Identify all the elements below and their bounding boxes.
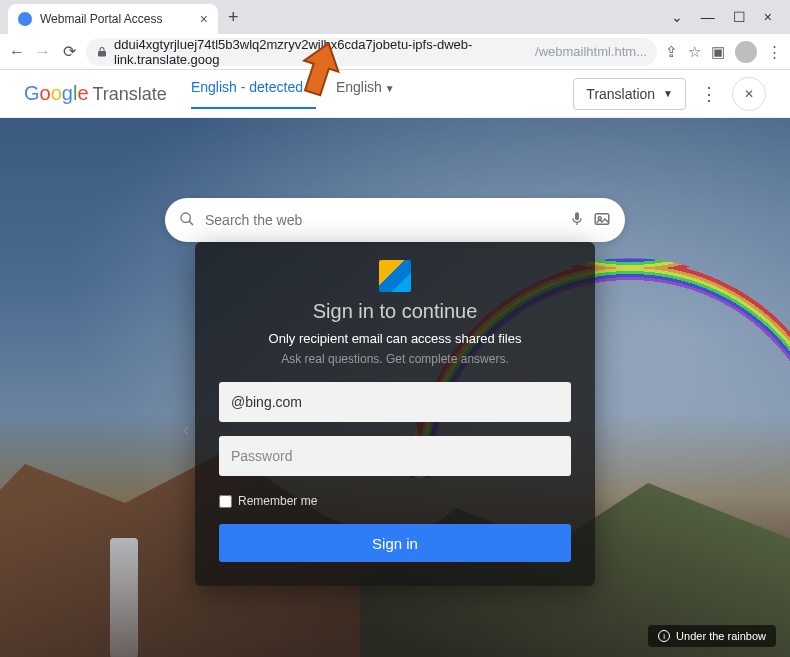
google-translate-logo[interactable]: Google Translate	[24, 82, 167, 105]
carousel-next-icon[interactable]: ›	[595, 414, 613, 444]
email-field[interactable]	[219, 382, 571, 422]
menu-icon[interactable]: ⋮	[767, 43, 782, 61]
microphone-icon[interactable]	[569, 211, 585, 230]
signin-button[interactable]: Sign in	[219, 524, 571, 562]
info-icon: i	[658, 630, 670, 642]
signin-card: ‹ › Sign in to continue Only recipient e…	[195, 242, 595, 586]
tab-title: Webmail Portal Access	[40, 12, 194, 26]
maximize-icon[interactable]: ☐	[733, 9, 746, 25]
image-caption[interactable]: i Under the rainbow	[648, 625, 776, 647]
source-language-tab[interactable]: English - detected▼	[191, 79, 316, 109]
target-language-tab[interactable]: English▼	[336, 79, 395, 109]
chevron-down-icon[interactable]: ⌄	[671, 9, 683, 25]
address-bar: ← → ⟳ ddui4xgtyrjluej74tl5b3wlq2mzryv2wi…	[0, 34, 790, 70]
carousel-prev-icon[interactable]: ‹	[177, 414, 195, 444]
signin-tagline: Ask real questions. Get complete answers…	[219, 352, 571, 366]
tab-close-icon[interactable]: ×	[200, 11, 208, 27]
extensions-icon[interactable]: ▣	[711, 43, 725, 61]
translate-toolbar: Google Translate English - detected▼ Eng…	[0, 70, 790, 118]
translation-button-label: Translation	[586, 86, 655, 102]
search-bar[interactable]: Search the web	[165, 198, 625, 242]
bing-logo-icon	[379, 260, 411, 292]
translation-mode-button[interactable]: Translation ▼	[573, 78, 686, 110]
kebab-menu-icon[interactable]: ⋮	[700, 83, 718, 105]
chevron-down-icon: ▼	[306, 83, 316, 94]
window-controls: ⌄ — ☐ ×	[671, 9, 782, 25]
new-tab-button[interactable]: +	[228, 7, 239, 28]
back-icon[interactable]: ←	[8, 43, 26, 61]
remember-me-label[interactable]: Remember me	[219, 494, 571, 508]
remember-me-checkbox[interactable]	[219, 495, 232, 508]
search-placeholder: Search the web	[205, 212, 302, 228]
waterfall-graphic	[110, 538, 138, 657]
image-search-icon[interactable]	[593, 210, 611, 231]
chevron-down-icon: ▼	[385, 83, 395, 94]
browser-tab[interactable]: Webmail Portal Access ×	[8, 4, 218, 34]
lock-icon	[96, 46, 108, 58]
close-toolbar-button[interactable]: ✕	[732, 77, 766, 111]
search-icon	[179, 211, 195, 230]
svg-point-0	[181, 213, 190, 222]
star-icon[interactable]: ☆	[688, 43, 701, 61]
target-language-label: English	[336, 79, 382, 95]
profile-avatar-icon[interactable]	[735, 41, 757, 63]
signin-title: Sign in to continue	[219, 300, 571, 323]
caption-text: Under the rainbow	[676, 630, 766, 642]
tab-bar: Webmail Portal Access × + ⌄ — ☐ ×	[0, 0, 790, 34]
url-path: /webmailhtml.htm...	[535, 44, 647, 59]
page-content: Search the web ‹ › Sign in to continue O…	[0, 118, 790, 657]
minimize-icon[interactable]: —	[701, 9, 715, 25]
signin-subtitle: Only recipient email can access shared f…	[219, 331, 571, 346]
url-input[interactable]: ddui4xgtyrjluej74tl5b3wlq2mzryv2wilhx6cd…	[86, 38, 657, 66]
translate-word: Translate	[93, 84, 167, 105]
browser-chrome: Webmail Portal Access × + ⌄ — ☐ × ← → ⟳ …	[0, 0, 790, 70]
reload-icon[interactable]: ⟳	[60, 42, 78, 61]
caret-down-icon: ▼	[663, 88, 673, 99]
share-icon[interactable]: ⇪	[665, 43, 678, 61]
svg-line-1	[189, 221, 193, 225]
close-window-icon[interactable]: ×	[764, 9, 772, 25]
url-host: ddui4xgtyrjluej74tl5b3wlq2mzryv2wilhx6cd…	[114, 37, 535, 67]
source-language-label: English - detected	[191, 79, 303, 95]
forward-icon[interactable]: →	[34, 43, 52, 61]
remember-me-text: Remember me	[238, 494, 317, 508]
password-field[interactable]	[219, 436, 571, 476]
favicon-icon	[18, 12, 32, 26]
